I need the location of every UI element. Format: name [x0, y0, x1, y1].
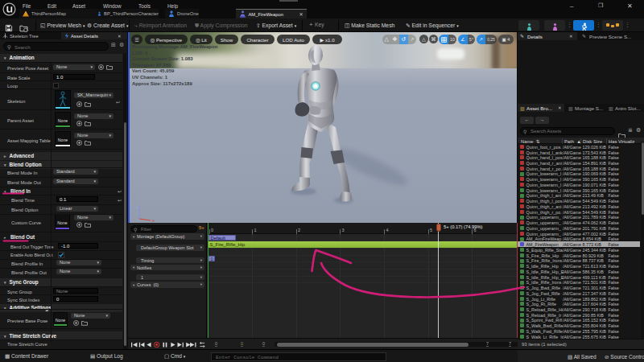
svg-text:z: z — [136, 205, 138, 210]
svg-text:x: x — [152, 218, 155, 222]
